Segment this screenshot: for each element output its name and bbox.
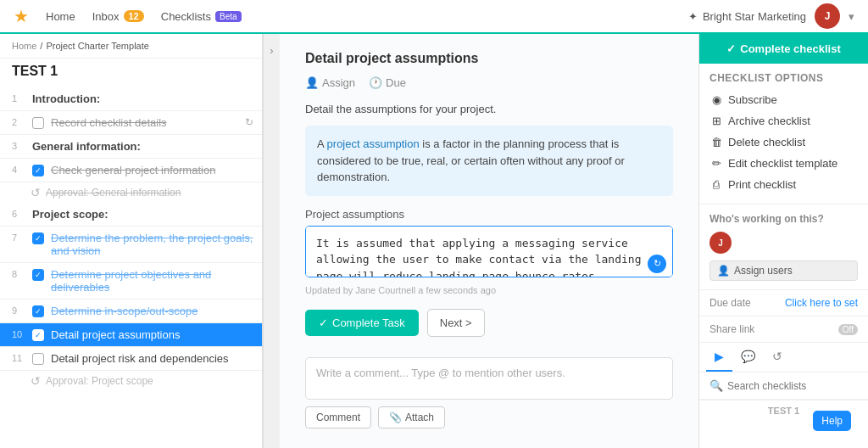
sidebar: Home / Project Charter Template TEST 1 1…	[0, 34, 263, 448]
share-toggle[interactable]: Off	[838, 324, 858, 335]
assumption-textarea[interactable]: It is assumed that applying a messaging …	[305, 226, 673, 277]
main-layout: Home / Project Charter Template TEST 1 1…	[0, 34, 868, 448]
sidebar-title: TEST 1	[0, 59, 262, 87]
item-checkbox[interactable]: ✓	[32, 165, 44, 176]
search-checklists-input[interactable]	[727, 380, 858, 392]
checklist-options: Checklist options ◉ Subscribe ⊞ Archive …	[699, 64, 868, 204]
check-icon: ✓	[726, 42, 736, 55]
list-item[interactable]: 3 General information:	[0, 135, 262, 159]
item-checkbox[interactable]: ✓	[32, 232, 44, 244]
task-title: Detail project assumptions	[305, 51, 673, 66]
due-meta[interactable]: 🕐 Due	[369, 76, 406, 89]
next-button[interactable]: Next >	[427, 309, 485, 337]
archive-icon: ⊞	[709, 115, 723, 127]
item-number: 6	[12, 208, 25, 219]
list-item[interactable]: 8 ✓ Determine project objectives and del…	[0, 263, 262, 300]
tab-history[interactable]: ↺	[764, 343, 791, 372]
list-item[interactable]: 11 Detail project risk and dependencies	[0, 347, 262, 371]
comment-box[interactable]: Write a comment... Type @ to mention oth…	[305, 357, 673, 400]
nav-home[interactable]: Home	[46, 10, 75, 23]
breadcrumb-current: Project Charter Template	[46, 41, 148, 51]
content-area: Detail project assumptions 👤 Assign 🕐 Du…	[280, 34, 698, 448]
option-delete[interactable]: 🗑 Delete checklist	[709, 132, 858, 153]
comment-placeholder: Write a comment... Type @ to mention oth…	[316, 367, 565, 379]
info-link[interactable]: project assumption	[327, 137, 420, 150]
breadcrumb-home[interactable]: Home	[12, 41, 36, 51]
list-item: ↺ Approval: General information	[0, 182, 262, 203]
list-item-active[interactable]: 10 ✓ Detail project assumptions	[0, 323, 262, 347]
item-number: 10	[12, 328, 25, 339]
item-number: 7	[12, 232, 25, 243]
info-box: A project assumption is a factor in the …	[305, 126, 673, 196]
approval-label: Approval: General information	[46, 187, 181, 199]
field-label: Project assumptions	[305, 208, 673, 221]
due-date-label: Due date	[709, 297, 751, 309]
item-label: Detail project assumptions	[51, 328, 253, 341]
list-item[interactable]: 2 Record checklist details ↻	[0, 111, 262, 135]
item-checkbox[interactable]	[32, 353, 44, 365]
item-label: Determine the problem, the project goals…	[51, 232, 253, 257]
approval-icon: ↺	[31, 374, 41, 388]
tab-comments[interactable]: 💬	[732, 343, 764, 372]
approval-label: Approval: Project scope	[46, 375, 153, 387]
send-icon[interactable]: ↻	[648, 255, 666, 273]
who-section: Who's working on this? J 👤 Assign users	[699, 204, 868, 290]
share-link-row: Share link Off	[699, 316, 868, 343]
org-name: ✦ Bright Star Marketing	[688, 10, 806, 23]
list-item[interactable]: 4 ✓ Check general project information	[0, 159, 262, 182]
eye-icon: ◉	[709, 93, 723, 106]
tab-activity[interactable]: ▶	[706, 343, 732, 372]
chevron-right-icon: ›	[270, 44, 273, 57]
updated-text: Updated by Jane Courtnell a few seconds …	[305, 285, 673, 295]
nav-inbox[interactable]: Inbox	[92, 10, 120, 23]
nav-inbox-group: Inbox 12	[92, 10, 144, 23]
list-item[interactable]: 9 ✓ Determine in-scope/out-scope	[0, 300, 262, 323]
help-button[interactable]: Help	[813, 411, 851, 431]
person-icon: 👤	[717, 265, 730, 277]
attach-button[interactable]: 📎 Attach	[378, 406, 445, 428]
share-link-label: Share link	[709, 323, 754, 335]
sidebar-collapse-btn[interactable]: ›	[263, 34, 280, 448]
item-label: Determine project objectives and deliver…	[51, 268, 253, 294]
item-label: General information:	[32, 140, 253, 153]
right-panel: ✓ Complete checklist Checklist options ◉…	[698, 34, 868, 448]
nav-checklists[interactable]: Checklists	[161, 10, 211, 23]
avatar[interactable]: J	[815, 3, 840, 29]
option-archive[interactable]: ⊞ Archive checklist	[709, 110, 858, 132]
option-print[interactable]: ⎙ Print checklist	[709, 174, 858, 195]
breadcrumb: Home / Project Charter Template	[0, 34, 262, 59]
item-label: Detail project risk and dependencies	[51, 352, 253, 365]
breadcrumb-sep1: /	[40, 41, 42, 51]
item-checkbox[interactable]	[32, 117, 44, 129]
list-item[interactable]: 1 Introduction:	[0, 87, 262, 111]
item-label: Project scope:	[32, 208, 253, 221]
complete-task-button[interactable]: ✓ Complete Task	[305, 310, 419, 336]
logo-icon: ★	[14, 6, 29, 26]
task-meta: 👤 Assign 🕐 Due	[305, 76, 673, 89]
assign-meta[interactable]: 👤 Assign	[305, 76, 355, 89]
option-edit[interactable]: ✏ Edit checklist template	[709, 153, 858, 174]
option-subscribe[interactable]: ◉ Subscribe	[709, 89, 858, 110]
trash-icon: 🗑	[709, 136, 723, 148]
tabs-row: ▶ 💬 ↺	[699, 343, 868, 372]
item-checkbox[interactable]: ✓	[32, 269, 44, 281]
list-item[interactable]: 7 ✓ Determine the problem, the project g…	[0, 227, 262, 263]
item-number: 8	[12, 268, 25, 279]
item-number: 3	[12, 140, 25, 151]
checklists-beta-badge: Beta	[215, 11, 242, 22]
item-number: 11	[12, 352, 25, 363]
comment-button[interactable]: Comment	[305, 406, 371, 428]
due-date-link[interactable]: Click here to set	[785, 297, 858, 309]
person-icon: 👤	[305, 76, 319, 89]
comment-actions: Comment 📎 Attach	[305, 406, 673, 428]
assign-users-button[interactable]: 👤 Assign users	[709, 260, 858, 281]
complete-checklist-button[interactable]: ✓ Complete checklist	[699, 34, 868, 64]
item-checkbox[interactable]: ✓	[32, 329, 44, 341]
item-checkbox[interactable]: ✓	[32, 305, 44, 317]
description-text: Detail the assumptions for your project.	[305, 103, 673, 115]
printer-icon: ⎙	[709, 178, 723, 191]
search-row: 🔍	[699, 372, 868, 400]
dropdown-icon[interactable]: ▾	[849, 10, 854, 23]
list-item[interactable]: 6 Project scope:	[0, 203, 262, 227]
avatar: J	[709, 232, 732, 254]
